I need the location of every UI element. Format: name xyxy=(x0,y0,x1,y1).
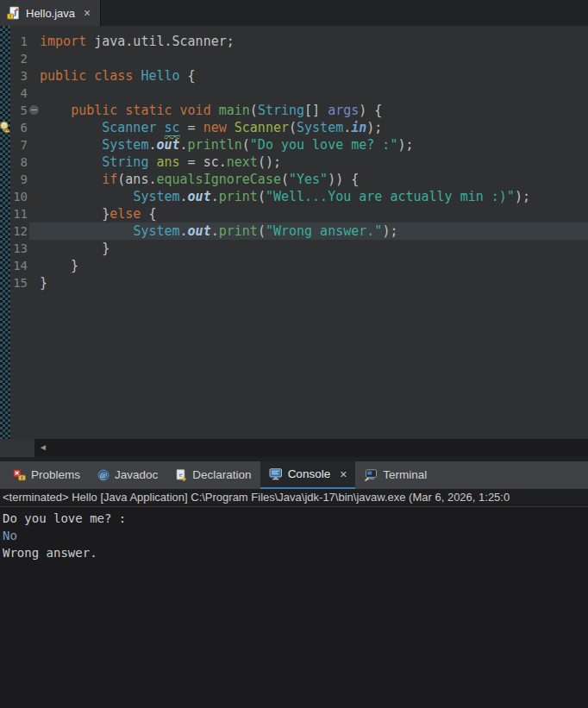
code-line-10[interactable]: 10 System.out.print("Well...You are actu… xyxy=(0,188,588,205)
annotation-cell xyxy=(0,188,10,205)
tab-console-close-icon[interactable]: × xyxy=(340,467,347,481)
java-file-icon: J ! xyxy=(7,6,21,20)
line-number-6[interactable]: 6 xyxy=(10,119,29,136)
line-number-7[interactable]: 7 xyxy=(10,136,29,154)
declaration-icon: e xyxy=(175,469,187,481)
code-line-3[interactable]: 3public class Hello { xyxy=(0,67,588,85)
line-number-10[interactable]: 10 xyxy=(10,188,29,205)
fold-column xyxy=(29,205,40,222)
line-number-9[interactable]: 9 xyxy=(10,171,29,188)
line-number-13[interactable]: 13 xyxy=(10,240,29,257)
line-number-3[interactable]: 3 xyxy=(10,67,29,85)
fold-column xyxy=(29,240,40,257)
editor-tab-close-icon[interactable]: × xyxy=(84,6,91,20)
tab-problems-label: Problems xyxy=(31,468,80,481)
code-line-15[interactable]: 15} xyxy=(0,274,588,291)
tab-declaration-label: Declaration xyxy=(192,468,251,481)
code-line-12[interactable]: 12 System.out.print("Wrong answer."); xyxy=(0,222,588,240)
fold-collapse-icon[interactable] xyxy=(29,105,39,115)
code-text: } xyxy=(40,274,588,291)
code-text: System.out.println("Do you love me? :"); xyxy=(40,136,588,154)
editor-tab-bar: J ! Hello.java × xyxy=(0,0,588,26)
fold-column xyxy=(29,222,40,240)
svg-text:e: e xyxy=(179,470,183,478)
console-header: <terminated> Hello [Java Application] C:… xyxy=(0,489,588,507)
line-number-1[interactable]: 1 xyxy=(10,33,29,50)
fold-column xyxy=(29,67,40,85)
line-number-12[interactable]: 12 xyxy=(10,222,29,240)
code-text: System.out.print("Well...You are actuall… xyxy=(40,188,588,205)
scrollbar-track[interactable]: ◄ xyxy=(34,439,588,457)
tab-javadoc[interactable]: @ Javadoc xyxy=(89,461,166,489)
console-output[interactable]: Do you love me? :NoWrong answer. xyxy=(0,507,588,708)
fold-column xyxy=(29,171,40,188)
javadoc-icon: @ xyxy=(97,469,109,481)
code-text: Scanner sc = new Scanner(System.in); xyxy=(40,119,588,136)
fold-column xyxy=(29,33,40,50)
horizontal-scrollbar[interactable]: ◄ xyxy=(0,439,588,457)
eclipse-window: J ! Hello.java × 1import java.util.Scann… xyxy=(0,0,588,708)
code-text xyxy=(40,85,588,102)
warning-bulb-icon[interactable] xyxy=(0,121,10,138)
code-text xyxy=(40,50,588,67)
console-output-line: Wrong answer. xyxy=(3,544,588,561)
line-number-5[interactable]: 5 xyxy=(10,102,29,119)
annotation-cell xyxy=(0,205,10,222)
fold-column xyxy=(29,119,40,136)
annotation-cell xyxy=(0,67,10,85)
annotation-cell xyxy=(0,102,10,119)
line-number-15[interactable]: 15 xyxy=(10,274,29,291)
code-line-7[interactable]: 7 System.out.println("Do you love me? :"… xyxy=(0,136,588,154)
code-text: import java.util.Scanner; xyxy=(40,33,588,50)
annotation-cell xyxy=(0,222,10,240)
tab-terminal-label: Terminal xyxy=(383,468,427,481)
fold-column xyxy=(29,274,40,291)
code-text: System.out.print("Wrong answer."); xyxy=(40,222,588,240)
tab-terminal[interactable]: Terminal xyxy=(355,461,435,489)
annotation-cell xyxy=(0,154,10,171)
code-text: if(ans.equalsIgnoreCase("Yes")) { xyxy=(40,171,588,188)
code-text: }else { xyxy=(40,205,588,222)
editor-lines: 1import java.util.Scanner;23public class… xyxy=(0,26,588,291)
annotation-cell xyxy=(0,85,10,102)
problems-icon xyxy=(13,469,26,481)
code-text: } xyxy=(40,240,588,257)
annotation-cell xyxy=(0,33,10,50)
line-number-2[interactable]: 2 xyxy=(10,50,29,67)
code-editor[interactable]: 1import java.util.Scanner;23public class… xyxy=(0,26,588,439)
code-line-5[interactable]: 5 public static void main(String[] args)… xyxy=(0,102,588,119)
scroll-left-arrow-icon[interactable]: ◄ xyxy=(39,443,47,452)
code-line-6[interactable]: 6 Scanner sc = new Scanner(System.in); xyxy=(0,119,588,136)
editor-tab-hello-java[interactable]: J ! Hello.java × xyxy=(0,0,101,26)
line-number-4[interactable]: 4 xyxy=(10,85,29,102)
code-line-8[interactable]: 8 String ans = sc.next(); xyxy=(0,154,588,171)
fold-column xyxy=(29,102,40,119)
fold-column xyxy=(29,85,40,102)
console-output-line: Do you love me? : xyxy=(3,510,588,527)
code-line-14[interactable]: 14 } xyxy=(0,257,588,274)
tab-console[interactable]: Console × xyxy=(260,461,356,489)
annotation-cell xyxy=(0,50,10,67)
code-line-1[interactable]: 1import java.util.Scanner; xyxy=(0,33,588,50)
tab-console-label: Console xyxy=(288,467,331,480)
code-line-9[interactable]: 9 if(ans.equalsIgnoreCase("Yes")) { xyxy=(0,171,588,188)
fold-column xyxy=(29,136,40,154)
svg-text:@: @ xyxy=(100,471,107,479)
code-line-4[interactable]: 4 xyxy=(0,85,588,102)
code-text: String ans = sc.next(); xyxy=(40,154,588,171)
line-number-14[interactable]: 14 xyxy=(10,257,29,274)
annotation-cell xyxy=(0,171,10,188)
svg-text:!: ! xyxy=(9,14,11,19)
annotation-cell xyxy=(0,240,10,257)
line-number-11[interactable]: 11 xyxy=(10,205,29,222)
code-line-13[interactable]: 13 } xyxy=(0,240,588,257)
tab-problems[interactable]: Problems xyxy=(4,461,89,489)
tab-declaration[interactable]: e Declaration xyxy=(166,461,260,489)
code-text: } xyxy=(40,257,588,274)
code-line-2[interactable]: 2 xyxy=(0,50,588,67)
code-line-11[interactable]: 11 }else { xyxy=(0,205,588,222)
fold-column xyxy=(29,188,40,205)
annotation-cell xyxy=(0,136,10,154)
warning-annotation[interactable] xyxy=(0,119,10,136)
line-number-8[interactable]: 8 xyxy=(10,154,29,171)
